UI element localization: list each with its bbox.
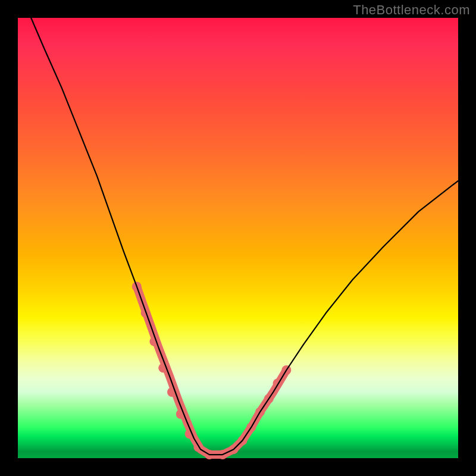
highlight-dot (149, 337, 159, 346)
highlight-dot (246, 422, 256, 432)
highlight-dot (218, 450, 227, 459)
highlight-dot (141, 308, 151, 318)
highlight-dot (255, 407, 265, 416)
highlight-dot (158, 363, 168, 372)
plot-area (18, 18, 458, 458)
highlight-dot (132, 281, 142, 291)
bottleneck-curve-path (31, 18, 458, 455)
highlight-dot (193, 443, 203, 452)
highlight-dot (167, 387, 177, 397)
bottleneck-curve (31, 18, 458, 455)
highlight-band-left (137, 286, 187, 422)
highlight-band-right (242, 370, 286, 440)
highlight-dot (281, 365, 291, 375)
watermark-text: TheBottleneck.com (353, 2, 470, 18)
highlight-dot (176, 409, 186, 419)
highlight-band (137, 286, 287, 455)
highlight-band-floor (187, 423, 243, 455)
chart-frame: TheBottleneck.com (0, 0, 476, 476)
highlight-dots (132, 281, 292, 459)
chart-overlay (18, 18, 458, 458)
highlight-dot (185, 429, 195, 439)
highlight-dot (264, 394, 274, 403)
highlight-dot (237, 436, 247, 445)
highlight-dot (229, 444, 239, 454)
highlight-dot (205, 450, 214, 459)
highlight-dot (273, 378, 283, 388)
